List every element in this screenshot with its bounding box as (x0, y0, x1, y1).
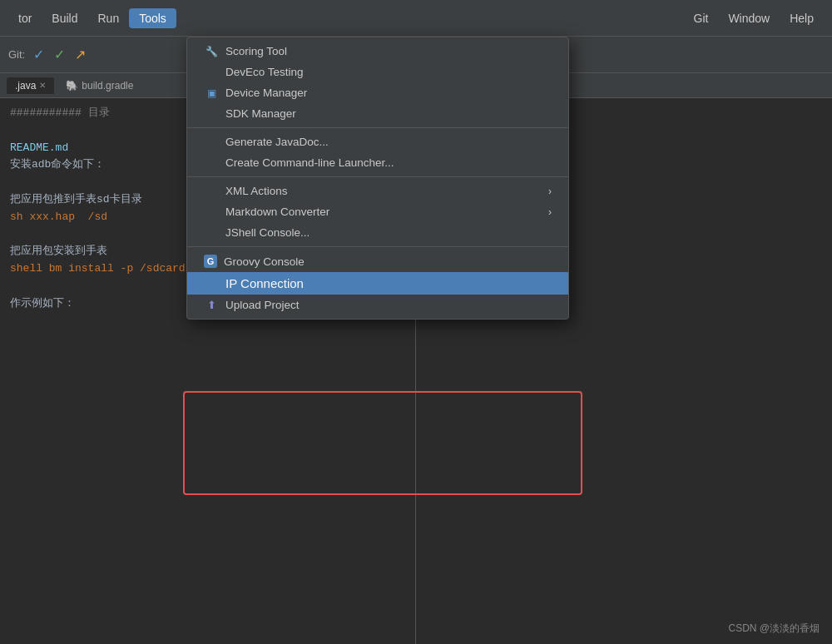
upload-icon: ⬆ (204, 299, 219, 311)
watermark: CSDN @淡淡的香烟 (728, 622, 820, 636)
sdk-label: SDK Manager (225, 107, 296, 120)
git-label: Git: (8, 48, 25, 61)
menu-sdk-manager[interactable]: SDK Manager (187, 103, 568, 124)
separator-1 (187, 127, 568, 128)
menu-item-git[interactable]: Git (684, 8, 719, 28)
commandline-label: Create Command-line Launcher... (225, 156, 394, 169)
menu-scoring-tool[interactable]: 🔧 Scoring Tool (187, 41, 568, 62)
tab-gradle[interactable]: 🐘 build.gradle (57, 77, 141, 94)
tab-java-label: .java (15, 80, 36, 92)
menu-markdown-converter[interactable]: Markdown Converter › (187, 201, 568, 222)
xml-actions-arrow: › (548, 186, 552, 197)
jshell-label: JShell Console... (225, 226, 310, 239)
checkmark-icon-1: ✓ (33, 47, 44, 62)
menu-item-run[interactable]: Run (87, 8, 129, 28)
menu-device-manager[interactable]: ▣ Device Manager (187, 82, 568, 103)
menu-xml-actions[interactable]: XML Actions › (187, 181, 568, 201)
menu-commandline-launcher[interactable]: Create Command-line Launcher... (187, 152, 568, 173)
javadoc-label: Generate JavaDoc... (225, 136, 329, 148)
tools-dropdown-menu: 🔧 Scoring Tool DevEco Testing ▣ Device M… (186, 37, 569, 320)
deveco-label: DevEco Testing (225, 66, 304, 78)
menu-ip-connection[interactable]: IP Connection (187, 272, 568, 295)
separator-2 (187, 176, 568, 177)
tab-java[interactable]: .java ✕ (7, 77, 54, 94)
menu-item-build[interactable]: Build (42, 8, 87, 28)
tab-java-close[interactable]: ✕ (39, 81, 46, 90)
upload-label: Upload Project (225, 299, 300, 311)
markdown-label: Markdown Converter (225, 206, 329, 218)
device-manager-icon: ▣ (204, 87, 219, 99)
menu-groovy-console[interactable]: G Groovy Console (187, 250, 568, 272)
checkmark-icon-2: ✓ (54, 47, 65, 62)
groovy-label: Groovy Console (224, 255, 305, 268)
menu-generate-javadoc[interactable]: Generate JavaDoc... (187, 131, 568, 152)
tab-gradle-label: build.gradle (82, 80, 133, 92)
scoring-tool-icon: 🔧 (204, 46, 219, 57)
menu-jshell-console[interactable]: JShell Console... (187, 222, 568, 243)
menu-upload-project[interactable]: ⬆ Upload Project (187, 295, 568, 315)
scoring-tool-label: Scoring Tool (225, 45, 287, 57)
markdown-arrow: › (548, 206, 552, 218)
device-manager-label: Device Manager (225, 87, 307, 99)
menu-bar: tor Build Run Tools Git Window Help (0, 0, 832, 37)
menu-item-tor[interactable]: tor (8, 8, 42, 28)
arrow-icon: ↗ (75, 47, 86, 62)
menu-item-help[interactable]: Help (780, 8, 824, 28)
menu-deveco-testing[interactable]: DevEco Testing (187, 62, 568, 82)
separator-3 (187, 246, 568, 247)
ip-connection-label: IP Connection (225, 276, 304, 290)
groovy-icon: G (204, 255, 217, 268)
menu-item-tools[interactable]: Tools (129, 8, 176, 28)
menu-item-window[interactable]: Window (718, 8, 780, 28)
xml-actions-label: XML Actions (225, 185, 288, 197)
